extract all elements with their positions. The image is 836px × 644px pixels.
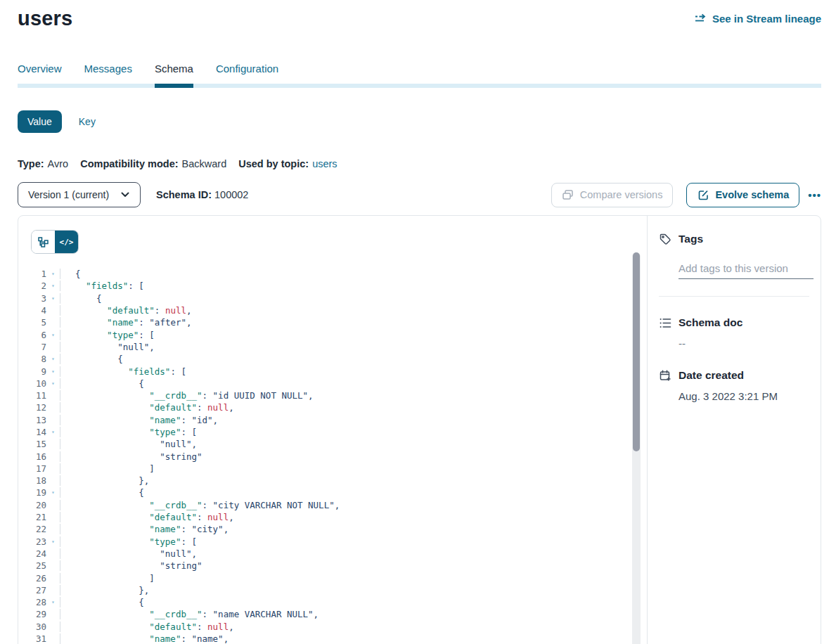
page: users See in Stream lineage Overview Mes… [18, 0, 821, 644]
topic-link[interactable]: users [312, 158, 337, 169]
fold-toggle-icon[interactable]: ▾ [46, 283, 60, 289]
evolve-schema-icon [697, 188, 709, 201]
code-text: "name": "city", [60, 524, 647, 534]
code-lines: 1▾{2▾"fields": [3▾{4"default": null,5"na… [18, 268, 647, 644]
code-text: "string" [60, 451, 647, 462]
code-view-icon: </> [60, 238, 74, 247]
used-by-topic-label: Used by topic: [238, 158, 309, 169]
key-toggle-button[interactable]: Key [79, 116, 96, 127]
tab-messages[interactable]: Messages [84, 63, 132, 75]
editor-scrollbar-track[interactable] [632, 252, 641, 644]
fold-toggle-icon[interactable]: ▾ [46, 539, 60, 545]
evolve-schema-button[interactable]: Evolve schema [686, 183, 799, 207]
line-number: 27 [18, 585, 46, 595]
code-text: "type": [ [60, 427, 647, 437]
code-view-button[interactable]: </> [55, 231, 78, 253]
line-number: 26 [18, 573, 46, 584]
code-line: 20"__crdb__": "city VARCHAR NOT NULL", [18, 499, 647, 511]
editor-view-toggle: </> [31, 230, 79, 254]
code-line: 7"null", [18, 341, 647, 353]
schema-metadata-sidebar: Tags Schema doc -- [647, 216, 821, 644]
line-number: 19 [18, 487, 46, 498]
code-line: 17] [18, 463, 647, 475]
editor-scrollbar-thumb[interactable] [633, 252, 640, 451]
compare-versions-button[interactable]: Compare versions [551, 183, 674, 207]
version-select[interactable]: Version 1 (current) [18, 182, 141, 207]
code-text: "name": "name", [60, 633, 647, 644]
tree-view-icon [37, 236, 50, 248]
line-number: 7 [18, 342, 46, 352]
fold-toggle-icon[interactable]: ▾ [46, 489, 60, 496]
fold-toggle-icon[interactable]: ▾ [46, 295, 60, 302]
more-actions-button[interactable]: ••• [808, 189, 821, 201]
code-text: { [60, 378, 647, 389]
schema-code-editor[interactable]: 1▾{2▾"fields": [3▾{4"default": null,5"na… [18, 268, 647, 644]
line-number: 5 [18, 317, 46, 328]
code-text: ] [60, 463, 647, 474]
code-line: 1▾{ [18, 268, 647, 280]
code-line: 24"null", [18, 548, 647, 560]
code-text: "__crdb__": "name VARCHAR NULL", [60, 609, 647, 619]
code-line: 11"__crdb__": "id UUID NOT NULL", [18, 389, 647, 401]
code-line: 19▾{ [18, 487, 647, 498]
line-number: 12 [18, 402, 46, 413]
code-text: "__crdb__": "city VARCHAR NOT NULL", [60, 500, 647, 510]
version-select-value: Version 1 (current) [28, 189, 109, 200]
code-line: 28▾{ [18, 596, 647, 608]
sidebar-divider [659, 296, 809, 297]
schema-doc-section: Schema doc -- [659, 316, 809, 349]
active-tab-indicator [155, 84, 193, 88]
code-text: "null", [60, 342, 647, 352]
add-tags-input[interactable] [679, 261, 814, 279]
code-text: "default": null, [60, 402, 647, 413]
value-toggle-button[interactable]: Value [18, 110, 62, 133]
line-number: 3 [18, 293, 46, 304]
schema-meta-row: Type: Avro Compatibility mode: Backward … [18, 158, 821, 169]
tab-overview[interactable]: Overview [18, 63, 62, 75]
line-number: 20 [18, 500, 46, 510]
code-line: 18}, [18, 475, 647, 487]
line-number: 17 [18, 463, 46, 474]
code-text: "__crdb__": "id UUID NOT NULL", [60, 390, 647, 401]
code-text: { [60, 354, 647, 364]
fold-toggle-icon[interactable]: ▾ [46, 332, 60, 338]
stream-lineage-link[interactable]: See in Stream lineage [695, 12, 821, 25]
fold-toggle-icon[interactable]: ▾ [46, 429, 60, 435]
line-number: 22 [18, 524, 46, 534]
code-text: "fields": [ [60, 281, 647, 291]
code-line: 8▾{ [18, 353, 647, 365]
code-line: 12"default": null, [18, 401, 647, 413]
fold-toggle-icon[interactable]: ▾ [46, 368, 60, 375]
line-number: 18 [18, 475, 46, 486]
fold-toggle-icon[interactable]: ▾ [46, 380, 60, 387]
fold-toggle-icon[interactable]: ▾ [46, 599, 60, 605]
code-text: }, [60, 585, 647, 595]
value-key-toggle: Value Key [18, 110, 821, 133]
schema-editor-pane: </> 1▾{2▾"fields": [3▾{4"default": null,… [18, 216, 647, 644]
fold-toggle-icon[interactable]: ▾ [46, 356, 60, 362]
code-line: 22"name": "city", [18, 523, 647, 535]
tag-icon [659, 233, 671, 245]
code-text: "name": "after", [60, 317, 647, 328]
code-text: "type": [ [60, 536, 647, 547]
code-text: { [60, 293, 647, 304]
type-label: Type: [18, 158, 44, 169]
compatibility-value: Backward [182, 158, 227, 169]
line-number: 21 [18, 512, 46, 522]
tab-configuration[interactable]: Configuration [216, 63, 278, 75]
code-line: 4"default": null, [18, 304, 647, 316]
line-number: 14 [18, 427, 46, 437]
date-created-section: Date created Aug. 3 2022 3:21 PM [659, 369, 809, 402]
code-line: 26] [18, 572, 647, 584]
code-text: "default": null, [60, 305, 647, 316]
fold-toggle-icon[interactable]: ▾ [46, 271, 60, 277]
date-created-title: Date created [679, 369, 744, 382]
tab-bar: Overview Messages Schema Configuration [18, 63, 821, 88]
stream-lineage-icon [695, 12, 707, 25]
schema-panel: </> 1▾{2▾"fields": [3▾{4"default": null,… [18, 215, 821, 644]
tab-schema[interactable]: Schema [155, 63, 193, 75]
code-text: { [60, 487, 647, 498]
code-line: 3▾{ [18, 292, 647, 304]
code-text: "default": null, [60, 512, 647, 522]
tree-view-button[interactable] [32, 231, 55, 253]
